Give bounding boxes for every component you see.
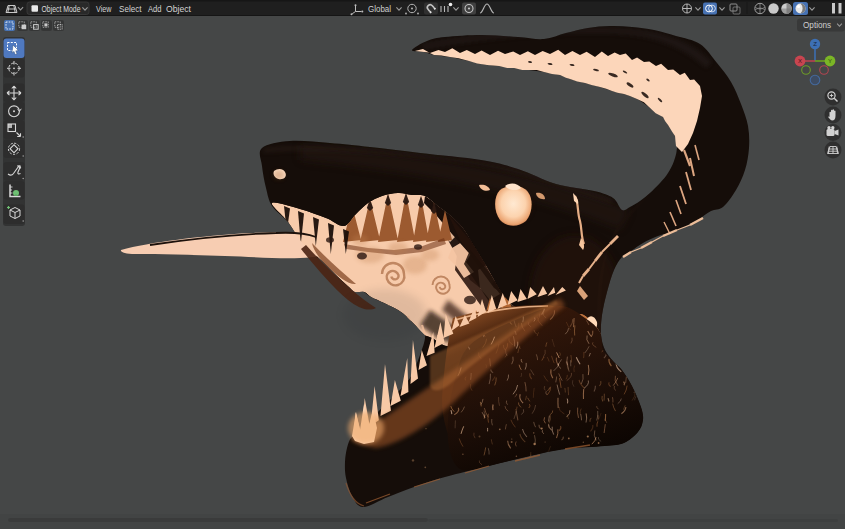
- svg-text:Options: Options: [803, 21, 831, 30]
- svg-text:X: X: [798, 58, 802, 64]
- svg-text:Add: Add: [148, 5, 162, 14]
- svg-text:View: View: [96, 5, 112, 14]
- svg-text:Y: Y: [828, 58, 832, 64]
- svg-text:Z: Z: [813, 41, 817, 47]
- svg-text:Global: Global: [368, 5, 391, 14]
- svg-text:Select: Select: [119, 5, 142, 14]
- svg-text:Object Mode: Object Mode: [42, 5, 81, 14]
- svg-text:Object: Object: [166, 5, 192, 14]
